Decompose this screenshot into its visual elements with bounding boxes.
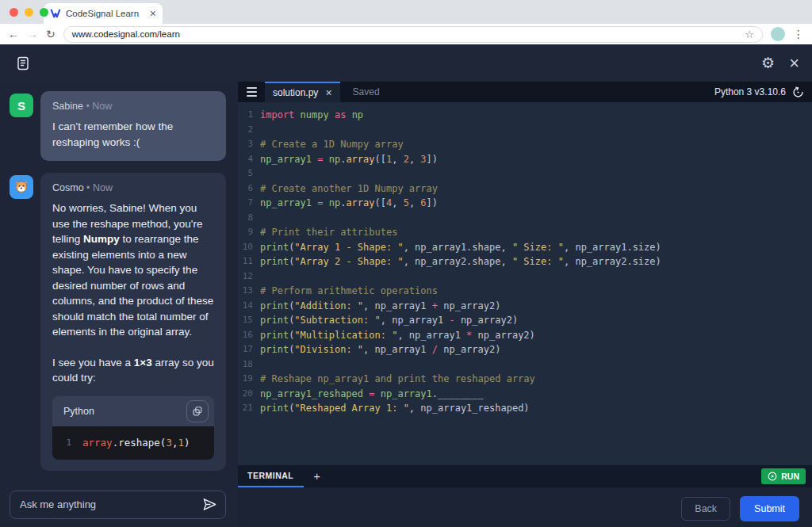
code-line[interactable]: 7np_array1 = np.array([4, 5, 6]) <box>238 196 812 211</box>
run-button[interactable]: RUN <box>761 468 806 484</box>
code-token: . <box>432 388 438 399</box>
code-line[interactable]: 2 <box>238 123 812 138</box>
message-meta: Cosmo • Now <box>52 182 214 193</box>
code-token: print <box>260 256 289 267</box>
editor-tab-close-icon[interactable]: × <box>325 87 331 98</box>
code-token: = <box>369 388 380 399</box>
code-token: ([ <box>375 154 386 165</box>
code-token: np <box>352 109 363 120</box>
code-line[interactable]: 4np_array1 = np.array([1, 2, 3]) <box>238 152 812 167</box>
submit-button[interactable]: Submit <box>740 496 799 521</box>
editor-tab-bar: solution.py × Saved Python 3 v3.10.6 <box>238 82 812 102</box>
line-number: 13 <box>238 284 260 299</box>
code-line[interactable]: 5 <box>238 166 812 181</box>
code-token: # Perform arithmetic operations <box>260 285 438 296</box>
author-name: Cosmo <box>52 182 84 193</box>
code-token: import <box>260 109 301 120</box>
tab-close-icon[interactable]: × <box>150 8 156 19</box>
editor-menu-icon[interactable] <box>238 82 265 102</box>
codesignal-app: ⚙ × S Sabine • Now I can’t remember h <box>0 44 812 527</box>
code-line[interactable]: 9# Print their attributes <box>238 225 812 240</box>
code-token: np <box>329 154 340 165</box>
settings-gear-icon[interactable]: ⚙ <box>761 55 775 71</box>
window-zoom-button[interactable] <box>40 8 48 17</box>
chat-message-sabine: S Sabine • Now I can’t remember how the … <box>10 91 226 161</box>
lesson-footer: Back Submit <box>238 487 812 527</box>
chat-input[interactable] <box>20 498 196 510</box>
code-token: , np_array2.shape, <box>404 256 512 267</box>
runtime-label: Python 3 v3.10.6 <box>714 86 786 97</box>
sabine-bubble: Sabine • Now I can’t remember how the re… <box>40 91 226 161</box>
message-paragraph: No worries, Sabine! When you use the res… <box>52 200 214 340</box>
code-token: ) <box>184 437 190 449</box>
snippet-header: Python <box>52 396 214 426</box>
code-token: np_array2) <box>478 330 535 341</box>
window-minimize-button[interactable] <box>25 8 33 17</box>
snippet-code[interactable]: 1 array.reshape(3,1) <box>52 426 214 460</box>
back-icon[interactable]: ← <box>8 29 19 40</box>
code-token: , np_array1 <box>397 330 466 341</box>
code-token: print <box>260 315 289 326</box>
chat-input-container <box>10 491 226 519</box>
code-token: , np_array1 <box>363 344 432 355</box>
bookmark-star-icon[interactable]: ☆ <box>745 29 754 40</box>
code-line[interactable]: 20np_array1_reshaped = np_array1._______… <box>238 387 812 402</box>
terminal-tab[interactable]: TERMINAL <box>238 465 304 487</box>
browser-profile-avatar[interactable] <box>771 27 785 41</box>
line-number: 16 <box>238 328 260 343</box>
code-line[interactable]: 6# Create another 1D Numpy array <box>238 181 812 197</box>
forward-icon[interactable]: → <box>27 29 38 40</box>
code-line[interactable]: 10print("Array 1 - Shape: ", np_array1.s… <box>238 240 812 255</box>
code-line[interactable]: 19# Reshape np_array1 and print the resh… <box>238 372 812 387</box>
line-content: print("Division: ", np_array1 / np_array… <box>260 342 500 357</box>
editor-tab-solution[interactable]: solution.py × <box>265 82 340 102</box>
code-line[interactable]: 16print("Multiplication: ", np_array1 * … <box>238 328 812 343</box>
code-line[interactable]: 18 <box>238 357 812 372</box>
chat-scroll-area[interactable]: S Sabine • Now I can’t remember how the … <box>0 82 238 483</box>
code-line[interactable]: 11print("Array 2 - Shape: ", np_array2.s… <box>238 254 812 269</box>
dog-face-icon <box>13 178 30 196</box>
code-line[interactable]: 14print("Addition: ", np_array1 + np_arr… <box>238 299 812 314</box>
code-line[interactable]: 13# Perform arithmetic operations <box>238 284 812 299</box>
code-token: = <box>317 197 328 208</box>
code-token: "Subtraction: " <box>294 315 380 326</box>
cosmo-bubble: Cosmo • Now No worries, Sabine! When you… <box>40 173 226 471</box>
copy-code-button[interactable] <box>186 400 209 422</box>
code-line[interactable]: 8 <box>238 211 812 226</box>
code-token: print <box>260 300 289 311</box>
url-bar[interactable]: www.codesignal.com/learn ☆ <box>63 26 763 43</box>
close-lesson-icon[interactable]: × <box>789 55 799 72</box>
chat-sidebar: S Sabine • Now I can’t remember how the … <box>0 82 238 527</box>
back-button[interactable]: Back <box>681 497 730 521</box>
browser-tab[interactable]: CodeSignal Learn × <box>44 3 163 24</box>
add-terminal-icon[interactable]: + <box>313 469 320 483</box>
main-split: S Sabine • Now I can’t remember how the … <box>0 82 812 527</box>
browser-menu-icon[interactable]: ⋮ <box>793 28 804 40</box>
line-number: 12 <box>238 269 260 285</box>
code-line[interactable]: 12 <box>238 269 812 285</box>
code-line[interactable]: 21print("Reshaped Array 1: ", np_array1_… <box>238 401 812 416</box>
save-status: Saved <box>353 86 380 97</box>
chat-code-snippet: Python 1 <box>52 396 214 460</box>
refresh-icon[interactable]: ↻ <box>46 29 56 40</box>
line-content: np_array1 = np.array([1, 2, 3]) <box>260 152 438 167</box>
code-token: np_array1 <box>260 154 317 165</box>
editor-panel: solution.py × Saved Python 3 v3.10.6 1im… <box>238 82 812 527</box>
line-number: 8 <box>238 211 260 226</box>
code-token: # Create another 1D Numpy array <box>260 183 438 194</box>
code-line[interactable]: 1import numpy as np <box>238 108 812 123</box>
lesson-outline-button[interactable] <box>13 53 33 74</box>
code-token: " Size: " <box>512 256 564 267</box>
document-icon <box>15 55 31 71</box>
send-icon[interactable] <box>202 497 217 512</box>
code-editor[interactable]: 1import numpy as np23# Create a 1D Numpy… <box>238 102 812 465</box>
author-name: Sabine <box>52 101 83 112</box>
code-line[interactable]: 17print("Division: ", np_array1 / np_arr… <box>238 342 812 357</box>
code-token: , np_array2.size) <box>564 256 661 267</box>
code-token: # Reshape np_array1 and print the reshap… <box>260 373 535 384</box>
code-line[interactable]: 3# Create a 1D Numpy array <box>238 137 812 152</box>
code-line[interactable]: 15print("Subtraction: ", np_array1 - np_… <box>238 313 812 328</box>
window-close-button[interactable] <box>10 8 18 17</box>
snippet-line-number: 1 <box>60 437 71 448</box>
history-reset-icon[interactable] <box>792 86 804 98</box>
